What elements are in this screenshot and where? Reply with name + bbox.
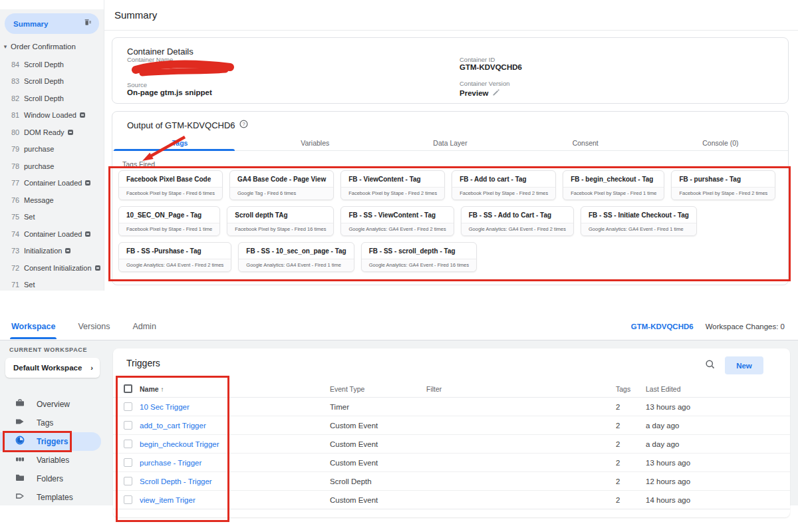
select-all-checkbox[interactable] <box>124 384 132 393</box>
tags-fired-grid: Facebook Pixel Base CodeFacebook Pixel b… <box>118 170 783 278</box>
row-checkbox[interactable] <box>124 402 132 411</box>
tab-versions[interactable]: Versions <box>76 314 111 339</box>
trigger-name-link[interactable]: view_item Triger <box>140 496 330 504</box>
sidebar-item-variables[interactable]: Variables <box>0 451 101 469</box>
debug-panel: Summary ▾ Order Confirmation 84Scroll De… <box>0 0 798 313</box>
event-item[interactable]: 84Scroll Depth <box>0 56 104 73</box>
collapse-caret-icon[interactable]: ▾ <box>0 43 11 50</box>
output-card: Output of GTM-KDVQCHD6 ? Tags Variables … <box>112 111 789 285</box>
sidebar-item-triggers[interactable]: Triggers <box>0 432 101 451</box>
table-row[interactable]: purchase - Trigger Custom Event 2 13 hou… <box>113 454 790 472</box>
event-item[interactable]: 73Initialization <box>0 243 104 260</box>
tab-consent[interactable]: Consent <box>518 136 653 150</box>
tag-card[interactable]: FB - SS -Purshase - TagGoogle Analytics:… <box>118 242 231 272</box>
event-item[interactable]: 78purchase <box>0 158 104 175</box>
tag-card-title: FB - SS - ViewContent - Tag <box>341 207 453 223</box>
row-checkbox[interactable] <box>124 458 132 467</box>
event-item[interactable]: 75Set <box>0 209 104 226</box>
page-title: Summary <box>114 9 157 21</box>
tab-tags[interactable]: Tags <box>112 136 247 150</box>
sidebar-group-order-confirmation[interactable]: ▾ Order Confirmation <box>0 39 104 55</box>
workspace-menu: Overview Tags Triggers Variables Folders <box>0 395 104 507</box>
tag-card-detail: Facebook Pixel by Stape - Fired 2 times <box>341 187 444 200</box>
tag-card[interactable]: FB - SS - ViewContent - TagGoogle Analyt… <box>340 206 454 236</box>
trigger-name-link[interactable]: 10 Sec Trigger <box>140 403 330 411</box>
event-item[interactable]: 74Container Loaded <box>0 225 104 243</box>
tag-card[interactable]: 10_SEC_ON_Page - TagFacebook Pixel by St… <box>118 206 220 236</box>
triggers-card: Triggers New Name ↑ Event Type Filter Ta… <box>113 348 790 517</box>
workspace-content: CURRENT WORKSPACE Default Workspace › Ov… <box>0 340 798 505</box>
tag-card-title: FB - purshase - Tag <box>672 171 775 187</box>
template-icon <box>15 491 25 504</box>
table-row[interactable]: 10 Sec Trigger Timer 2 13 hours ago <box>113 398 790 416</box>
event-item[interactable]: 81Window Loaded <box>0 107 104 124</box>
column-header-name[interactable]: Name ↑ <box>140 385 330 393</box>
event-item[interactable]: 77Container Loaded <box>0 175 104 192</box>
workspace-panel: Workspace Versions Admin GTM-KDVQCHD6 Wo… <box>0 313 798 532</box>
event-item[interactable]: 76Message <box>0 192 104 209</box>
column-header-last-edited[interactable]: Last Edited <box>646 385 790 393</box>
trigger-name-link[interactable]: add_to_cart Trigger <box>140 422 330 430</box>
tag-card[interactable]: Facebook Pixel Base CodeFacebook Pixel b… <box>118 170 223 200</box>
container-version-value: Preview <box>460 89 488 97</box>
sidebar-item-templates[interactable]: Templates <box>0 488 101 507</box>
trigger-name-link[interactable]: purchase - Trigger <box>140 459 330 467</box>
trigger-name-link[interactable]: begin_checkout Trigger <box>140 440 330 448</box>
event-item[interactable]: 82Scroll Depth <box>0 90 104 107</box>
row-checkbox[interactable] <box>124 440 132 448</box>
row-checkbox[interactable] <box>124 421 132 430</box>
column-header-tags[interactable]: Tags <box>616 385 646 393</box>
tag-card-title: FB - SS - 10_sec_on_page - Tag <box>239 243 353 259</box>
clear-events-icon[interactable] <box>82 17 92 30</box>
tag-card-title: GA4 Base Code - Page View <box>230 171 333 187</box>
tag-card[interactable]: GA4 Base Code - Page ViewGoogle Tag - Fi… <box>229 170 334 200</box>
table-row[interactable]: add_to_cart Trigger Custom Event 2 a day… <box>113 416 790 435</box>
tab-admin[interactable]: Admin <box>131 314 157 339</box>
tag-card[interactable]: FB - ViewContent - TagFacebook Pixel by … <box>340 170 445 200</box>
help-icon[interactable]: ? <box>239 120 248 130</box>
tag-card[interactable]: FB - SS - 10_sec_on_page - TagGoogle Ana… <box>238 242 354 272</box>
sidebar-item-overview[interactable]: Overview <box>0 395 101 414</box>
event-item[interactable]: 71Set <box>0 277 104 294</box>
tag-card-title: Scroll depth TAg <box>227 207 333 223</box>
event-item[interactable]: 80DOM Ready <box>0 124 104 141</box>
event-list: 84Scroll Depth 83Scroll Depth 82Scroll D… <box>0 56 104 293</box>
folder-icon <box>15 472 25 485</box>
container-id-link[interactable]: GTM-KDVQCHD6 <box>631 323 694 331</box>
sidebar-item-tags[interactable]: Tags <box>0 414 101 432</box>
search-icon[interactable] <box>705 359 716 372</box>
trigger-name-link[interactable]: Scroll Depth - Trigger <box>140 477 330 485</box>
column-header-filter[interactable]: Filter <box>426 385 616 393</box>
event-item[interactable]: 79purchase <box>0 141 104 158</box>
debug-main: Summary Container Details Container Name <box>104 0 798 313</box>
edit-pencil-icon[interactable] <box>492 87 500 99</box>
new-trigger-button[interactable]: New <box>725 356 763 374</box>
tag-card[interactable]: FB - SS - scroll_depth - TagGoogle Analy… <box>361 242 477 272</box>
tag-card[interactable]: FB - SS - Initiate Checkout - TagGoogle … <box>581 206 697 236</box>
table-row[interactable]: begin_checkout Trigger Custom Event 2 a … <box>113 435 790 454</box>
tab-data-layer[interactable]: Data Layer <box>382 136 517 150</box>
tab-workspace[interactable]: Workspace <box>10 314 57 339</box>
row-checkbox[interactable] <box>124 495 132 504</box>
debug-header: Summary <box>104 0 798 31</box>
tag-card[interactable]: FB - SS - Add to Cart - TagGoogle Analyt… <box>461 206 574 236</box>
column-header-event-type[interactable]: Event Type <box>330 385 426 393</box>
event-item[interactable]: 72Consent Initialization <box>0 259 104 277</box>
tab-console[interactable]: Console (0) <box>653 136 788 150</box>
sidebar-item-summary[interactable]: Summary <box>5 13 99 34</box>
tag-card[interactable]: FB - purshase - TagFacebook Pixel by Sta… <box>671 170 775 200</box>
tab-variables[interactable]: Variables <box>247 136 382 150</box>
workspace-selector[interactable]: Default Workspace › <box>5 358 100 378</box>
table-row[interactable]: view_item Triger Custom Event 2 14 hours… <box>113 491 790 509</box>
tag-card[interactable]: Scroll depth TAgFacebook Pixel by Stape … <box>227 206 334 236</box>
sort-asc-icon: ↑ <box>161 386 164 393</box>
event-item[interactable]: 83Scroll Depth <box>0 73 104 90</box>
tag-card[interactable]: FB - Add to cart - TagFacebook Pixel by … <box>452 170 556 200</box>
group-label: Order Confirmation <box>11 43 76 51</box>
tag-card-detail: Google Analytics: GA4 Event - Fired 2 ti… <box>462 223 573 235</box>
sidebar-item-folders[interactable]: Folders <box>0 469 101 488</box>
tag-card[interactable]: FB - begin_checkout - TagFacebook Pixel … <box>563 170 664 200</box>
table-row[interactable]: Scroll Depth - Trigger Scroll Depth 2 12… <box>113 472 790 491</box>
row-checkbox[interactable] <box>124 477 132 485</box>
svg-text:?: ? <box>242 121 245 127</box>
